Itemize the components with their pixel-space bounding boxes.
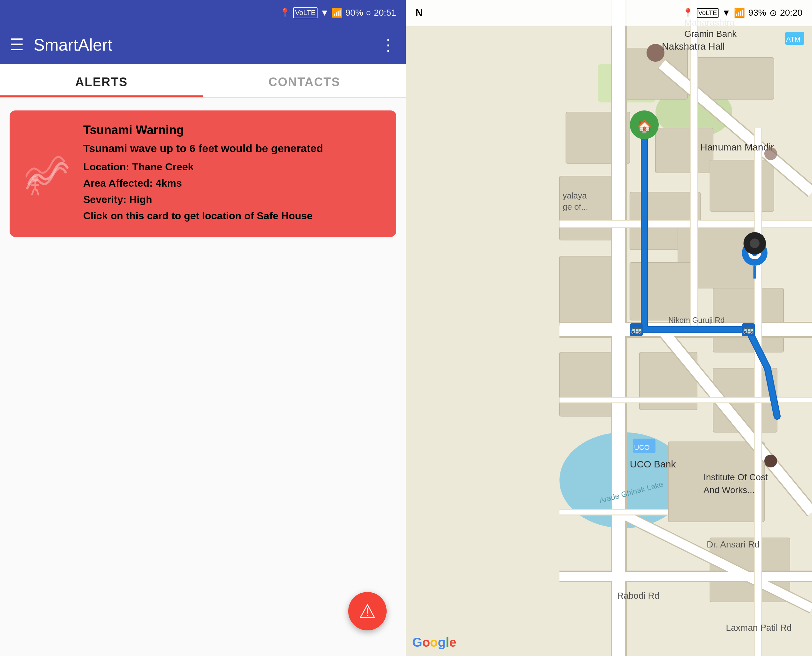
- svg-text:ATM: ATM: [786, 35, 800, 43]
- alert-details: Location: Thane Creek Area Affected: 4km…: [83, 159, 383, 224]
- battery-text: 90%: [345, 8, 363, 18]
- google-logo: Google: [412, 635, 456, 650]
- svg-text:🚌: 🚌: [631, 324, 642, 334]
- svg-text:Gramin Bank: Gramin Bank: [684, 29, 737, 39]
- tab-contacts[interactable]: CONTACTS: [203, 64, 406, 97]
- alert-severity: Severity: High: [83, 192, 383, 208]
- svg-point-54: [750, 238, 760, 248]
- phone-right: N 📍 VoLTE ▼ 📶 93% ⊙ 20:20: [406, 0, 812, 656]
- location-icon: 📍: [279, 8, 290, 18]
- svg-rect-6: [694, 58, 774, 99]
- alert-location: Location: Thane Creek: [83, 159, 383, 175]
- svg-text:Dr. Ansari Rd: Dr. Ansari Rd: [707, 540, 760, 549]
- status-icons-right: 📍 VoLTE ▼ 📶 93% ⊙ 20:20: [682, 8, 803, 18]
- volte-icon-right: VoLTE: [697, 8, 719, 18]
- location-icon-right: 📍: [682, 8, 693, 18]
- status-icons-left: 📍 VoLTE ▼ 📶 90% ○ 20:51: [279, 7, 396, 18]
- svg-text:Hanuman Mandir: Hanuman Mandir: [700, 142, 774, 152]
- svg-point-62: [764, 147, 777, 160]
- alert-cta: Click on this card to get location of Sa…: [83, 208, 383, 224]
- svg-rect-13: [559, 256, 617, 326]
- tab-alerts[interactable]: ALERTS: [0, 64, 203, 97]
- phone-left: 📍 VoLTE ▼ 📶 90% ○ 20:51 ☰ SmartAlert ⋮ A…: [0, 0, 406, 656]
- signal-icon-right: 📶: [734, 8, 745, 18]
- svg-text:ge of...: ge of...: [563, 202, 588, 212]
- hamburger-icon[interactable]: ☰: [9, 36, 24, 54]
- app-title: SmartAlert: [34, 35, 380, 54]
- alert-card-tsunami[interactable]: Tsunami Warning Tsunami wave up to 6 fee…: [9, 110, 396, 237]
- wifi-icon-right: ▼: [722, 8, 731, 18]
- alert-title: Tsunami Warning: [83, 123, 383, 137]
- svg-text:Nikom Guruji Rd: Nikom Guruji Rd: [668, 316, 725, 324]
- status-bar-right: N 📍 VoLTE ▼ 📶 93% ⊙ 20:20: [406, 0, 812, 26]
- status-bar-left: 📍 VoLTE ▼ 📶 90% ○ 20:51: [0, 0, 406, 26]
- svg-point-0: [32, 175, 39, 182]
- app-bar: ☰ SmartAlert ⋮: [0, 26, 406, 64]
- svg-text:UCO Bank: UCO Bank: [630, 459, 676, 469]
- more-options-icon[interactable]: ⋮: [380, 36, 396, 54]
- map-container[interactable]: 🚌 🚌 🏠 Nakshatra Hall Maharashtra: [406, 0, 812, 656]
- svg-text:And Works...: And Works...: [704, 485, 755, 495]
- svg-text:Rabodi Rd: Rabodi Rd: [617, 591, 659, 600]
- svg-text:yalaya: yalaya: [563, 191, 587, 200]
- battery-text-right: 93%: [748, 8, 766, 18]
- fab-warning[interactable]: ⚠: [348, 592, 387, 630]
- svg-rect-11: [710, 160, 774, 211]
- alert-area: Area Affected: 4kms: [83, 175, 383, 192]
- alert-text: Tsunami Warning Tsunami wave up to 6 fee…: [83, 123, 383, 224]
- svg-text:Institute Of Cost: Institute Of Cost: [704, 472, 768, 482]
- tsunami-icon: [22, 123, 74, 224]
- tabs: ALERTS CONTACTS: [0, 64, 406, 97]
- alarm-icon: ⊙: [769, 8, 777, 18]
- svg-text:UCO: UCO: [634, 443, 650, 452]
- svg-text:🚌: 🚌: [743, 324, 754, 334]
- signal-icon: 📶: [332, 8, 343, 18]
- time-left: 20:51: [374, 8, 396, 18]
- nav-icon-right: N: [415, 7, 423, 19]
- svg-rect-14: [630, 263, 694, 320]
- alert-description: Tsunami wave up to 6 feet would be gener…: [83, 141, 383, 156]
- svg-text:🏠: 🏠: [637, 119, 652, 134]
- time-right: 20:20: [780, 8, 803, 18]
- wifi-icon: ▼: [320, 8, 329, 18]
- battery-icon: ○: [366, 8, 371, 18]
- warning-icon: ⚠: [359, 600, 376, 622]
- svg-text:Nakshatra Hall: Nakshatra Hall: [662, 41, 725, 51]
- volte-icon: VoLTE: [293, 7, 318, 18]
- content-area: Tsunami Warning Tsunami wave up to 6 fee…: [0, 97, 406, 656]
- svg-point-68: [764, 455, 777, 467]
- svg-text:Laxman Patil Rd: Laxman Patil Rd: [726, 623, 792, 633]
